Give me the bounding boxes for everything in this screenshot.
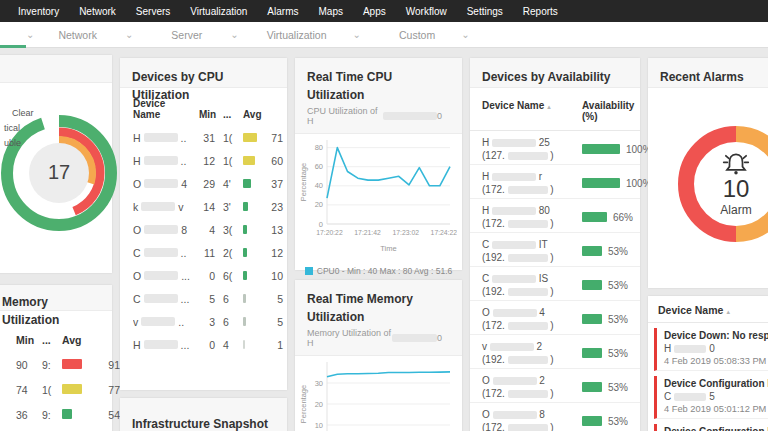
nav-item[interactable]: Inventory [8, 6, 69, 17]
svg-text:80: 80 [315, 143, 323, 152]
device-name[interactable]: C .. [133, 247, 197, 259]
memory-line-chart[interactable]: 010203017:20:2417:21:4417:23:0417:24:24P… [297, 356, 457, 431]
alarm-list-item[interactable]: Device Configuration Backup [654, 424, 768, 431]
tab-server[interactable]: Server [171, 29, 202, 41]
table-row[interactable]: C IS (192. ) 53% [470, 267, 640, 301]
table-row[interactable]: O 8 (172. ) 53% [470, 403, 640, 431]
table-row[interactable]: H ... 0 4 1 [133, 333, 275, 356]
nav-item[interactable]: Network [69, 6, 126, 17]
device-name[interactable]: C IS (192. ) [482, 272, 582, 298]
nav-item[interactable]: Apps [353, 6, 396, 17]
panel-header: Recent Alarms [648, 58, 768, 88]
redacted-text [493, 411, 537, 419]
col-max-truncated: ... [217, 109, 241, 120]
table-row[interactable]: O ... 0 6( 10 [133, 264, 275, 287]
table-row[interactable]: v .. 3 6 5 [133, 310, 275, 333]
cpu-line-chart[interactable]: 02040608017:20:2217:21:4217:23:0217:24:2… [297, 134, 457, 262]
tab-network[interactable]: Network [58, 29, 97, 41]
nav-item[interactable]: Virtualization [180, 6, 257, 17]
chevron-down-icon[interactable]: ⌄ [125, 30, 133, 40]
availability-percent: 53% [608, 382, 628, 393]
table-row[interactable]: O 4 29 4' 37 [133, 172, 275, 195]
table-row[interactable]: H 80 (172. ) 66% [470, 199, 640, 233]
device-name[interactable]: H .. [133, 155, 197, 167]
nav-item[interactable]: Servers [126, 6, 180, 17]
device-name[interactable]: H 80 (172. ) [482, 204, 582, 230]
redacted-text [141, 202, 175, 211]
device-name[interactable]: O 4 (172. ) [482, 306, 582, 332]
table-row[interactable]: 36 9: 54 [16, 402, 112, 427]
nav-item[interactable]: Alarms [257, 6, 308, 17]
table-row[interactable]: v 2 (192. ) 53% [470, 335, 640, 369]
col-device-name-sortable[interactable]: Device Name▴ [482, 100, 582, 122]
table-row[interactable]: O 8 4 3( 13 [133, 218, 275, 241]
table-row[interactable]: 74 1( 77 [16, 377, 112, 402]
chart-subtitle: Memory Utilization of H 0 [307, 328, 450, 348]
device-name[interactable]: O 8 [133, 224, 197, 236]
redacted-text [492, 275, 536, 283]
list-header-sortable[interactable]: Device Name▴ [648, 296, 768, 323]
redacted-text [508, 356, 548, 364]
device-name[interactable]: H ... [133, 339, 197, 351]
col-device-name: Device Name [133, 98, 175, 120]
device-name[interactable]: k v [133, 201, 197, 213]
table-row[interactable]: H 25 (127. ) 100% [470, 131, 640, 165]
device-name[interactable]: O 8 (172. ) [482, 408, 582, 431]
table-row[interactable]: 90 9: 91 [16, 352, 112, 377]
availability-bar [582, 348, 602, 358]
device-name[interactable]: O ... [133, 270, 197, 282]
tab-custom[interactable]: Custom [399, 29, 435, 41]
redacted-text [144, 294, 178, 303]
chevron-down-icon[interactable]: ⌄ [230, 30, 238, 40]
table-row[interactable]: C IT (192. ) 53% [470, 233, 640, 267]
availability-percent: 53% [608, 246, 628, 257]
availability-bar [582, 280, 602, 290]
availability-percent: 53% [608, 416, 628, 427]
dashboard-tab-bar: ⌄ Network ⌄ Server ⌄ Virtualization ⌄ Cu… [0, 22, 768, 48]
chevron-down-icon[interactable]: ⌄ [353, 30, 361, 40]
device-name[interactable]: C ... [133, 293, 197, 305]
alarm-list-item[interactable]: Device Down: No response fro H 0 4 Feb 2… [654, 328, 768, 371]
nav-item[interactable]: Maps [308, 6, 352, 17]
availability-bar [582, 314, 602, 324]
chevron-down-icon[interactable]: ⌄ [461, 30, 469, 40]
alarm-list-item[interactable]: Device Configuration Backup C 5 4 Feb 20… [654, 376, 768, 419]
table-row[interactable]: k v 14 3' 23 [133, 195, 275, 218]
device-name[interactable]: H r (172. ) [482, 170, 582, 196]
nav-item[interactable]: Workflow [396, 6, 457, 17]
table-row[interactable]: H r (172. ) 100% [470, 165, 640, 199]
table-row[interactable]: H .. 31 1( 71 [133, 126, 275, 149]
realtime-memory-panel: Real Time Memory Utilization Memory Util… [295, 280, 462, 431]
tab-virtualization[interactable]: Virtualization [267, 29, 327, 41]
availability-bar [582, 382, 602, 392]
alarms-list-panel: Device Name▴ Device Down: No response fr… [648, 296, 768, 431]
device-name[interactable]: v 2 (192. ) [482, 340, 582, 366]
status-total-count: 17 [39, 161, 79, 184]
nav-item[interactable]: Reports [513, 6, 568, 17]
legend-label-trouble: uble [4, 138, 21, 148]
chevron-down-icon[interactable]: ⌄ [26, 30, 34, 40]
panel-title: Recent Alarms [660, 70, 744, 84]
redacted-text [492, 207, 536, 215]
table-row[interactable]: C .. 11 2( 12 [133, 241, 275, 264]
panel-header: Infrastructure Snapshot [120, 398, 287, 431]
panel-header: Devices by CPU Utilization [120, 58, 287, 88]
device-name[interactable]: C IT (192. ) [482, 238, 582, 264]
device-name[interactable]: H 25 (127. ) [482, 136, 582, 162]
table-row[interactable]: O 4 (172. ) 53% [470, 301, 640, 335]
panel-header: Memory Utilization [0, 285, 112, 311]
table-row[interactable]: C ... 5 6 5 [133, 287, 275, 310]
device-name[interactable]: O 4 [133, 178, 197, 190]
table-row[interactable]: H .. 12 1( 60 [133, 149, 275, 172]
panel-title: Memory Utilization [2, 295, 59, 327]
availability-bar [582, 212, 607, 222]
nav-item[interactable]: Settings [457, 6, 513, 17]
table-row[interactable]: 5 [16, 427, 112, 431]
alarm-title: Device Configuration Backup [664, 426, 768, 431]
table-row[interactable]: O 2 (172. ) 53% [470, 369, 640, 403]
device-name[interactable]: H .. [133, 132, 197, 144]
memory-utilization-panel: Memory Utilization Min ... Avg 90 9: 91 … [0, 285, 112, 431]
device-name[interactable]: v .. [133, 316, 197, 328]
device-name[interactable]: O 2 (172. ) [482, 374, 582, 400]
alarm-title: Device Configuration Backup [664, 378, 768, 389]
